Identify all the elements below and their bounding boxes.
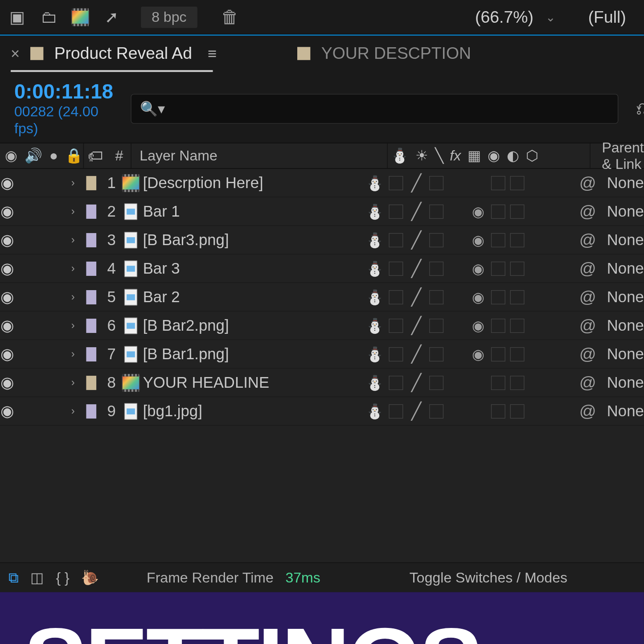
quality-switch[interactable]: ╱ (408, 316, 425, 335)
expand-toggle[interactable]: › (66, 348, 80, 360)
layer-name[interactable]: [Descrption Here] (140, 174, 365, 192)
collapse-switch[interactable] (389, 404, 403, 418)
panel-icon[interactable]: ▣ (6, 6, 29, 29)
layer-color-swatch[interactable] (86, 261, 96, 275)
expand-toggle[interactable]: › (66, 405, 80, 417)
zoom-dropdown[interactable]: (66.7%) ⌄ (463, 5, 567, 29)
shy-switch[interactable]: ⛄ (365, 175, 385, 191)
pickwhip-icon[interactable]: @ (579, 202, 596, 221)
quality-switch[interactable]: ╱ (408, 287, 425, 307)
visibility-toggle[interactable]: ◉ (0, 174, 15, 192)
layer-row[interactable]: ◉›3[B Bar3.png]⛄╱◉@None (0, 226, 644, 254)
rocket-icon[interactable]: ➚ (100, 6, 123, 29)
fx-switch[interactable] (430, 318, 444, 332)
expand-toggle[interactable]: › (66, 176, 80, 189)
visibility-toggle[interactable]: ◉ (0, 316, 15, 335)
expand-toggle[interactable]: › (66, 291, 80, 303)
visibility-toggle[interactable]: ◉ (0, 202, 15, 221)
layer-color-swatch[interactable] (86, 290, 96, 304)
column-name-header[interactable]: Layer Name (131, 148, 387, 164)
parent-value[interactable]: None (607, 402, 644, 420)
motion-blur-switch[interactable]: ◉ (470, 232, 486, 248)
snail-icon[interactable]: 🐌 (81, 569, 99, 586)
layer-row[interactable]: ◉›4Bar 3⛄╱◉@None (0, 254, 644, 283)
fx-switch[interactable] (430, 261, 444, 275)
search-input[interactable]: 🔍▾ (131, 94, 619, 123)
layer-row[interactable]: ◉›7[B Bar1.png]⛄╱◉@None (0, 340, 644, 369)
fx-switch[interactable] (430, 290, 444, 304)
layer-modes-icon[interactable]: ◫ (30, 569, 44, 586)
shy-switch[interactable]: ⛄ (365, 289, 385, 305)
toggle-switches-icon[interactable]: ⧉ (8, 569, 19, 586)
layer-empty-area[interactable] (0, 426, 644, 562)
pickwhip-icon[interactable]: @ (579, 287, 596, 307)
layer-row[interactable]: ◉›6[B Bar2.png]⛄╱◉@None (0, 312, 644, 340)
expand-toggle[interactable]: › (66, 319, 80, 332)
shy-switch[interactable]: ⛄ (365, 346, 385, 362)
pickwhip-icon[interactable]: @ (579, 259, 596, 278)
fx-switch[interactable] (430, 204, 444, 218)
layer-row[interactable]: ◉›8YOUR HEADLINE⛄╱@None (0, 369, 644, 397)
pickwhip-icon[interactable]: @ (579, 230, 596, 250)
visibility-toggle[interactable]: ◉ (0, 259, 15, 278)
pickwhip-icon[interactable]: @ (579, 373, 596, 392)
expand-toggle[interactable]: › (66, 262, 80, 275)
collapse-switch[interactable] (389, 233, 403, 247)
column-parent-header[interactable]: Parent & Link (590, 139, 644, 172)
shy-switch[interactable]: ⛄ (365, 260, 385, 277)
3d-switch[interactable] (510, 404, 525, 418)
3d-switch[interactable] (510, 375, 525, 390)
layer-color-swatch[interactable] (86, 347, 96, 361)
fx-switch[interactable] (430, 233, 444, 247)
layer-name[interactable]: Bar 3 (140, 259, 365, 278)
pickwhip-icon[interactable]: @ (579, 402, 596, 421)
pickwhip-icon[interactable]: @ (579, 316, 596, 335)
3d-switch[interactable] (510, 233, 525, 247)
quality-switch[interactable]: ╱ (408, 230, 425, 250)
3d-switch[interactable] (510, 347, 525, 361)
tab-active[interactable]: Product Reveal Ad (54, 44, 192, 63)
collapse-switch[interactable] (389, 347, 403, 361)
close-tab-icon[interactable]: × (11, 44, 20, 62)
3d-switch[interactable] (510, 204, 525, 218)
visibility-toggle[interactable]: ◉ (0, 402, 15, 420)
tab-inactive[interactable]: YOUR DESCPTION (321, 44, 471, 63)
layer-color-swatch[interactable] (86, 233, 96, 247)
solo-icon[interactable]: ● (49, 148, 58, 164)
comp-preview-icon[interactable] (69, 6, 92, 29)
shy-switch[interactable]: ⛄ (365, 203, 385, 220)
3d-switch[interactable] (510, 176, 525, 190)
shy-switch[interactable]: ⛄ (365, 232, 385, 248)
shy-switch[interactable]: ⛄ (365, 403, 385, 419)
comp-flowchart-icon[interactable]: ⎌ (636, 97, 644, 120)
parent-value[interactable]: None (607, 202, 644, 221)
layer-color-swatch[interactable] (86, 318, 96, 332)
layer-name[interactable]: Bar 1 (140, 202, 365, 221)
visibility-icon[interactable]: ◉ (5, 148, 17, 164)
adjustment-switch[interactable] (491, 347, 505, 361)
layer-row[interactable]: ◉›9[bg1.jpg]⛄╱@None (0, 397, 644, 426)
layer-color-swatch[interactable] (86, 404, 96, 418)
layer-name[interactable]: [B Bar3.png] (140, 231, 365, 249)
expand-toggle[interactable]: › (66, 234, 80, 246)
3d-switch[interactable] (510, 318, 525, 332)
adjustment-switch[interactable] (491, 404, 505, 418)
lock-icon[interactable]: 🔒 (65, 148, 83, 164)
parent-value[interactable]: None (607, 316, 644, 335)
adjustment-switch[interactable] (491, 176, 505, 190)
quality-switch[interactable]: ╱ (408, 173, 425, 193)
collapse-switch[interactable] (389, 290, 403, 304)
adjustment-switch[interactable] (491, 233, 505, 247)
quality-switch[interactable]: ╱ (408, 258, 425, 278)
pickwhip-icon[interactable]: @ (579, 173, 596, 193)
motion-blur-switch[interactable]: ◉ (470, 260, 486, 277)
parent-value[interactable]: None (607, 373, 644, 392)
adjustment-switch[interactable] (491, 261, 505, 275)
layer-name[interactable]: [B Bar1.png] (140, 345, 365, 363)
visibility-toggle[interactable]: ◉ (0, 231, 15, 249)
layer-name[interactable]: Bar 2 (140, 288, 365, 306)
expression-icon[interactable]: { } (56, 569, 69, 586)
fx-switch[interactable] (430, 347, 444, 361)
3d-switch[interactable] (510, 261, 525, 275)
collapse-switch[interactable] (389, 204, 403, 218)
